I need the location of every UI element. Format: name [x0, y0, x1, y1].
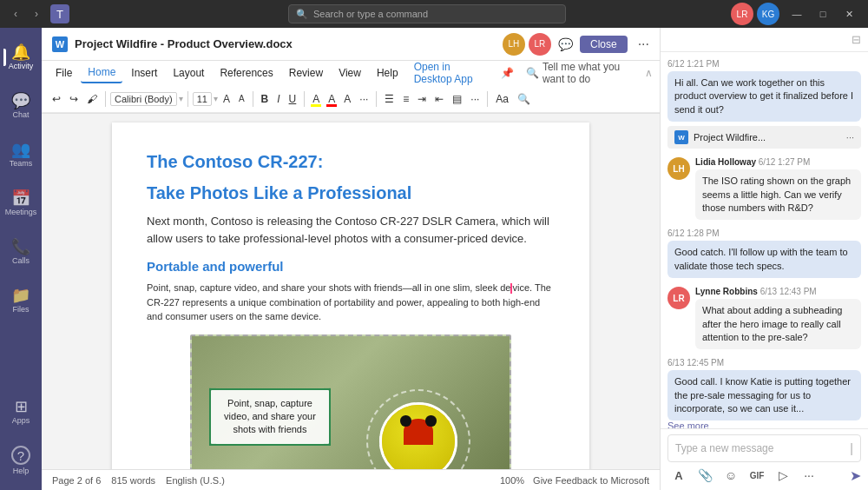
redo-button[interactable]: ↪	[66, 91, 82, 107]
numbering-button[interactable]: ≡	[399, 91, 412, 107]
help-label: Help	[13, 467, 30, 475]
menu-help[interactable]: Help	[370, 63, 405, 83]
sidebar-item-chat[interactable]: 💬 Chat	[3, 83, 38, 129]
sidebar-item-files[interactable]: 📁 Files	[3, 278, 38, 323]
chat-collapse-button[interactable]: ⊟	[852, 33, 861, 46]
file-ref-name: Project Wildfire...	[694, 132, 841, 142]
close-window-button[interactable]: ✕	[837, 4, 861, 23]
image-caption-box: Point, snap, capture video, and share yo…	[209, 387, 331, 445]
corner-bracket-tr	[324, 387, 331, 394]
align-more-button[interactable]: ···	[467, 91, 483, 107]
toolbar-separator-2	[187, 91, 188, 107]
emoji-button[interactable]: ☺	[720, 466, 742, 485]
indent-button[interactable]: ⇥	[414, 91, 430, 107]
minimize-button[interactable]: —	[785, 4, 809, 23]
msg2-content: Lidia Holloway 6/12 1:27 PM The ISO rati…	[695, 157, 861, 220]
doc-content-wrapper: The Contoso CR-227: Take Photos Like a P…	[42, 114, 660, 469]
document-area: W Project Wildfire - Product Overview.do…	[42, 28, 660, 490]
menu-home[interactable]: Home	[81, 63, 122, 83]
teams-logo-icon: T	[50, 4, 69, 23]
user-avatar-1[interactable]: LR	[731, 3, 753, 25]
msg5-meta: 6/13 12:45 PM	[667, 358, 861, 368]
msg3-meta: 6/12 1:28 PM	[667, 228, 861, 238]
teams-icon: 👥	[11, 142, 30, 157]
doc-image[interactable]: Point, snap, capture video, and share yo…	[190, 334, 511, 470]
align-left-button[interactable]: ▤	[449, 91, 465, 107]
more-doc-options-button[interactable]: ···	[638, 36, 649, 52]
format-styles-button[interactable]: Aa	[492, 91, 512, 107]
attach-file-button[interactable]: 📎	[694, 466, 716, 485]
see-more-link[interactable]: See more	[667, 420, 861, 428]
doc-body-text[interactable]: Point, snap, capture video, and share yo…	[147, 281, 555, 324]
doc-intro-text[interactable]: Next month, Contoso is releasing the Con…	[147, 213, 555, 247]
word-count: 815 words	[111, 475, 155, 486]
italic-button[interactable]: I	[273, 91, 283, 107]
highlight-color-button[interactable]: A	[309, 91, 323, 107]
sidebar-item-meetings[interactable]: 📅 Meetings	[3, 181, 38, 226]
window-controls: — □ ✕	[785, 4, 861, 23]
bold-button[interactable]: B	[258, 91, 273, 107]
font-size-select[interactable]: 11	[193, 92, 212, 106]
language-indicator: English (U.S.)	[166, 475, 225, 486]
file-reference[interactable]: W Project Wildfire... ···	[667, 126, 861, 149]
menu-layout[interactable]: Layout	[166, 63, 211, 83]
menu-insert[interactable]: Insert	[124, 63, 164, 83]
tell-me-field[interactable]: 🔍 Tell me what you want to do	[519, 57, 643, 89]
chat-cursor-icon: |	[850, 441, 853, 455]
menu-review[interactable]: Review	[282, 63, 330, 83]
chat-messages-list[interactable]: 6/12 1:21 PM Hi all. Can we work togethe…	[661, 52, 868, 428]
doc-scroll-area[interactable]: The Contoso CR-227: Take Photos Like a P…	[42, 114, 660, 469]
activity-label: Activity	[9, 62, 34, 70]
clear-format-button[interactable]: A	[340, 91, 354, 107]
send-message-button[interactable]: ➤	[850, 467, 861, 484]
collaborator-avatar-1[interactable]: LH	[503, 33, 525, 56]
chat-nav-icon: 💬	[11, 93, 30, 109]
doc-collapse-button[interactable]: ∧	[645, 67, 653, 79]
sidebar-item-calls[interactable]: 📞 Calls	[3, 229, 38, 275]
feedback-link[interactable]: Give Feedback to Microsoft	[533, 475, 649, 486]
msg4-bubble: What about adding a subheading after the…	[695, 299, 861, 349]
format-text-button[interactable]: A	[667, 466, 690, 485]
nav-back-button[interactable]: ‹	[7, 5, 24, 23]
font-color-button[interactable]: A	[325, 91, 339, 107]
increase-font-button[interactable]: A	[220, 91, 233, 107]
sticker-button[interactable]: ▷	[772, 466, 794, 485]
bullets-button[interactable]: ☰	[381, 91, 398, 107]
user-avatar-2[interactable]: KG	[757, 3, 779, 25]
toolbar-separator-4	[304, 91, 305, 107]
undo-button[interactable]: ↩	[49, 91, 64, 107]
more-options-button[interactable]: ···	[798, 466, 820, 485]
sidebar-item-help[interactable]: ? Help	[3, 438, 38, 483]
chat-message-5: 6/13 12:45 PM Good call. I know Katie is…	[667, 358, 861, 428]
gif-button[interactable]: GIF	[746, 466, 768, 485]
sidebar-item-teams[interactable]: 👥 Teams	[3, 132, 38, 177]
open-desktop-button[interactable]: Open in Desktop App	[407, 57, 496, 89]
nav-forward-button[interactable]: ›	[28, 5, 45, 23]
msg4-time: 6/13 12:43 PM	[760, 287, 817, 296]
chat-toolbar: A 📎 ☺ GIF ▷ ··· ➤	[667, 466, 861, 485]
chat-icon-doc[interactable]: 💬	[558, 37, 573, 51]
doc-page: The Contoso CR-227: Take Photos Like a P…	[112, 122, 589, 469]
close-doc-button[interactable]: Close	[580, 36, 628, 53]
search-bar[interactable]: 🔍 Search or type a command	[288, 4, 566, 23]
sidebar-item-activity[interactable]: 🔔 Activity	[3, 35, 38, 80]
chat-nav-label: Chat	[12, 110, 29, 119]
outdent-button[interactable]: ⇤	[431, 91, 447, 107]
corner-bracket-br	[324, 439, 331, 446]
font-name-select[interactable]: Calibri (Body)	[110, 92, 177, 106]
sidebar-item-apps[interactable]: ⊞ Apps	[3, 389, 38, 434]
underline-button[interactable]: U	[286, 91, 300, 107]
collaborator-avatar-2[interactable]: LR	[529, 33, 551, 56]
msg1-time: 6/12 1:21 PM	[667, 59, 719, 69]
decrease-font-button[interactable]: A	[235, 92, 248, 105]
menu-view[interactable]: View	[332, 63, 368, 83]
text-cursor	[510, 283, 512, 294]
more-format-button[interactable]: ···	[356, 91, 372, 107]
format-painter-button[interactable]: 🖌	[83, 91, 101, 107]
maximize-button[interactable]: □	[811, 4, 835, 23]
menu-file[interactable]: File	[49, 63, 79, 83]
menu-references[interactable]: References	[213, 63, 279, 83]
chat-input-box[interactable]: Type a new message |	[667, 434, 861, 462]
find-button[interactable]: 🔍	[514, 91, 534, 107]
file-ref-more-button[interactable]: ···	[846, 132, 854, 142]
